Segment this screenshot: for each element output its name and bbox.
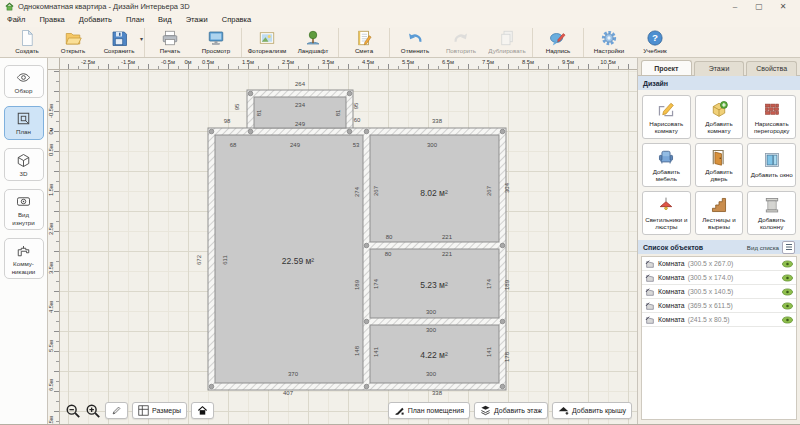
plan-canvas[interactable]: 22.59 м²8.02 м²5.23 м²4.22 м²26495952348… xyxy=(60,70,637,424)
floor-plan[interactable]: 22.59 м²8.02 м²5.23 м²4.22 м²26495952348… xyxy=(60,70,635,424)
toolbar-button-label: Смета xyxy=(355,47,373,54)
menu-item-Справка[interactable]: Справка xyxy=(215,13,258,27)
toolbar-button-label: Создать xyxy=(15,47,39,54)
tool-windowtool[interactable]: Добавить окно xyxy=(747,143,796,187)
canvas-toolbar-right: План помещенияДобавить этажДобавить крыш… xyxy=(388,402,632,419)
menu-item-Файл[interactable]: Файл xyxy=(0,13,32,27)
zoom-in-button[interactable] xyxy=(85,403,101,419)
wall-joint-handle[interactable] xyxy=(209,129,214,134)
wall-joint-handle[interactable] xyxy=(248,91,253,96)
toolbar-button-print[interactable]: Печать xyxy=(147,28,193,57)
toolbar-button-settings[interactable]: Настройки xyxy=(586,28,632,57)
dimension-label: 178 xyxy=(504,351,510,362)
sidebar-item-pipes[interactable]: Комму- никации xyxy=(4,238,44,279)
tool-door[interactable]: Добавить дверь xyxy=(695,143,744,187)
wall-joint-handle[interactable] xyxy=(364,384,369,389)
h-ruler-label: 3.5м xyxy=(322,59,334,65)
list-view-button[interactable] xyxy=(782,241,795,254)
object-row[interactable]: Комната(300.5 x 267.0) xyxy=(642,257,796,271)
wall-joint-handle[interactable] xyxy=(500,129,505,134)
toolbar-button-redo: Повторить xyxy=(438,28,484,57)
draw-dimension-button[interactable] xyxy=(105,402,128,419)
dimension-label: 81 xyxy=(256,109,262,116)
add-floor-button[interactable]: Добавить этаж xyxy=(474,402,548,419)
close-button[interactable]: ✕ xyxy=(771,0,795,13)
room-object-icon xyxy=(645,287,655,297)
tool-partition[interactable]: Нарисовать перегородку xyxy=(747,95,796,139)
toolbar-button-preview[interactable]: Просмотр xyxy=(193,28,239,57)
tab-Проект[interactable]: Проект xyxy=(641,60,692,75)
sizes-button[interactable]: Размеры xyxy=(132,402,187,419)
tool-addroom[interactable]: Добавить комнату xyxy=(695,95,744,139)
maximize-button[interactable]: ▢ xyxy=(747,0,771,13)
tool-column[interactable]: Добавить колонну xyxy=(747,191,796,235)
ruler-corner xyxy=(48,58,60,70)
home-button[interactable] xyxy=(191,402,214,419)
toolbar-button-new[interactable]: Создать xyxy=(4,28,50,57)
sidebar-item-cube[interactable]: 3D xyxy=(4,148,44,181)
toolbar-button-note[interactable]: Надпись xyxy=(535,28,581,57)
dimension-label: 221 xyxy=(442,234,453,240)
wall-joint-handle[interactable] xyxy=(347,91,352,96)
dimension-label: 304 xyxy=(504,182,510,193)
toolbar-button-open[interactable]: Открыть xyxy=(50,28,96,57)
object-dimensions: (300.5 x 174.0) xyxy=(688,274,779,281)
toolbar-button-photo[interactable]: Фотореализм xyxy=(244,28,290,57)
room-plan-button[interactable]: План помещения xyxy=(388,402,470,419)
minimize-button[interactable]: – xyxy=(723,0,747,13)
toolbar-button-help[interactable]: ?Учебник xyxy=(632,28,678,57)
wall-joint-handle[interactable] xyxy=(248,129,253,134)
tool-stairs[interactable]: Лестницы и вырезы xyxy=(695,191,744,235)
save-dropdown-arrow[interactable]: ▾ xyxy=(140,35,143,42)
toolbar-group: СоздатьОткрытьСохранить▾ xyxy=(2,28,145,57)
object-row[interactable]: Комната(369.5 x 611.5) xyxy=(642,299,796,313)
zoom-out-button[interactable] xyxy=(65,403,81,419)
menu-item-Правка[interactable]: Правка xyxy=(32,13,71,27)
menu-item-План[interactable]: План xyxy=(119,13,151,27)
toolbar-button-save[interactable]: Сохранить▾ xyxy=(96,28,142,57)
sidebar-item-interior[interactable]: Вид изнутри xyxy=(4,189,44,230)
tool-label: Добавить окно xyxy=(751,171,793,178)
wall-joint-handle[interactable] xyxy=(500,319,505,324)
wall-joint-handle[interactable] xyxy=(500,243,505,248)
object-row[interactable]: Комната(241.5 x 80.5) xyxy=(642,313,796,327)
partition-icon xyxy=(763,100,781,120)
dimension-label: 249 xyxy=(295,121,306,127)
toolbar-button-estimate[interactable]: Смета xyxy=(341,28,387,57)
wall-joint-handle[interactable] xyxy=(209,384,214,389)
menu-item-Вид[interactable]: Вид xyxy=(151,13,179,27)
menu-item-Добавить[interactable]: Добавить xyxy=(72,13,119,27)
visibility-eye-icon[interactable] xyxy=(782,302,793,310)
menu-item-Этажи[interactable]: Этажи xyxy=(179,13,215,27)
addroom-icon xyxy=(710,100,728,120)
tab-Свойства[interactable]: Свойства xyxy=(746,61,797,76)
visibility-eye-icon[interactable] xyxy=(782,260,793,268)
object-row[interactable]: Комната(300.5 x 174.0) xyxy=(642,271,796,285)
tool-drawroom[interactable]: Нарисовать комнату xyxy=(642,95,691,139)
print-icon xyxy=(161,29,179,47)
v-ruler-label: 7.5м xyxy=(48,416,58,424)
tool-lamp[interactable]: Светильники и люстры xyxy=(642,191,691,235)
tab-Этажи[interactable]: Этажи xyxy=(694,61,745,76)
wall-joint-handle[interactable] xyxy=(500,384,505,389)
tool-furniture[interactable]: Добавить мебель xyxy=(642,143,691,187)
object-row[interactable]: Комната(300.5 x 140.5) xyxy=(642,285,796,299)
settings-icon xyxy=(600,29,618,47)
wall-joint-handle[interactable] xyxy=(347,129,352,134)
objects-header-band: Список объектов Вид списка xyxy=(638,240,800,254)
sidebar-item-plan[interactable]: План xyxy=(4,106,44,139)
wall-joint-handle[interactable] xyxy=(364,129,369,134)
object-name: Комната xyxy=(658,274,685,281)
sidebar-item-eye[interactable]: Обзор xyxy=(4,65,44,98)
h-ruler-label: -0.5м xyxy=(161,59,175,65)
wall-joint-handle[interactable] xyxy=(364,319,369,324)
visibility-eye-icon[interactable] xyxy=(782,316,793,324)
toolbar-button-landscape[interactable]: Ландшафт xyxy=(290,28,336,57)
visibility-eye-icon[interactable] xyxy=(782,274,793,282)
toolbar-button-undo[interactable]: Отменить xyxy=(392,28,438,57)
toolbar-button-label: Открыть xyxy=(61,47,85,54)
visibility-eye-icon[interactable] xyxy=(782,288,793,296)
dimension-label: 80 xyxy=(385,251,392,257)
add-roof-button[interactable]: Добавить крышу xyxy=(552,402,632,419)
wall-joint-handle[interactable] xyxy=(364,243,369,248)
